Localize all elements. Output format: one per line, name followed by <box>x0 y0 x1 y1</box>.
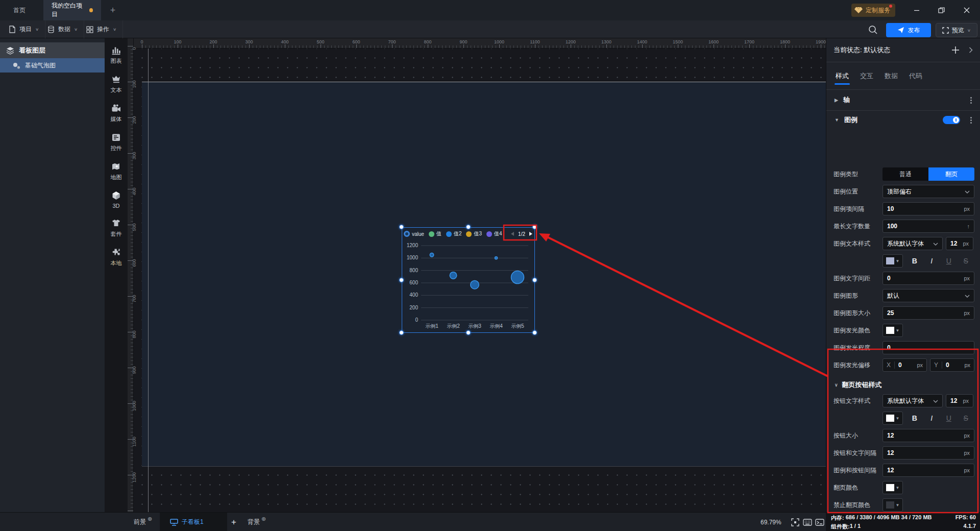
selection-handle[interactable] <box>532 330 537 335</box>
selection-handle[interactable] <box>532 225 537 229</box>
inspector-tab-0[interactable]: 样式 <box>836 67 849 85</box>
selection-handle[interactable] <box>399 225 404 229</box>
arrow-up-icon[interactable]: ↑ <box>967 223 970 229</box>
underline-button[interactable]: U <box>940 414 958 422</box>
section-axis[interactable]: ▶ 轴 <box>826 90 980 111</box>
bold-button[interactable]: B <box>906 257 923 265</box>
underline-button[interactable]: U <box>940 257 958 265</box>
maximize-button[interactable] <box>930 0 952 20</box>
number-input[interactable]: 12px <box>883 429 974 442</box>
dock-item-7[interactable]: 本地 <box>105 247 128 267</box>
unsaved-dot-icon <box>89 8 93 12</box>
kebab-menu-icon[interactable] <box>970 117 972 124</box>
ruler-label: 600 <box>351 39 361 44</box>
color-swatch[interactable]: ▼ <box>883 481 903 494</box>
select-field[interactable]: 默认 <box>883 289 974 302</box>
cube-3d-icon <box>110 190 122 201</box>
fit-screen-icon[interactable] <box>790 517 800 527</box>
fps-label: FPS: <box>955 514 968 522</box>
number-input[interactable]: 25px <box>883 306 974 320</box>
kebab-menu-icon[interactable] <box>970 97 972 104</box>
selection-handle[interactable] <box>399 278 404 282</box>
dock-item-1[interactable]: 文本 <box>105 74 128 94</box>
segment-option-1[interactable]: 翻页 <box>928 167 974 181</box>
add-state-icon[interactable] <box>951 46 960 54</box>
selection-handle[interactable] <box>466 330 471 335</box>
number-input[interactable]: 12px <box>883 464 974 477</box>
subboard-tab[interactable]: 子看板1 <box>160 513 227 531</box>
add-background-icon[interactable]: ⊕ <box>261 516 266 522</box>
number-input[interactable]: 0 <box>883 341 974 354</box>
add-board-button[interactable]: + <box>231 513 236 531</box>
new-tab-button[interactable]: + <box>107 5 118 16</box>
menu-project[interactable]: 项目∨ <box>3 20 45 38</box>
publish-button[interactable]: 发布 <box>886 23 931 37</box>
selection-handle[interactable] <box>466 225 471 229</box>
dock-item-5[interactable]: 3D <box>105 190 128 209</box>
expand-states-icon[interactable] <box>969 47 973 53</box>
dock-item-0[interactable]: 图表 <box>105 44 128 65</box>
console-icon[interactable] <box>815 517 825 527</box>
tab-project-label: 我的空白项目 <box>52 2 85 19</box>
menu-operate[interactable]: 操作∨ <box>80 20 123 38</box>
segment-option-0[interactable]: 普通 <box>883 167 928 181</box>
tab-home[interactable]: 首页 <box>5 0 34 20</box>
expand-arrow-icon: ∨ <box>835 382 838 388</box>
selection-handle[interactable] <box>399 330 404 335</box>
zoom-level[interactable]: 69.79% <box>761 513 781 531</box>
dock-item-6[interactable]: 套件 <box>105 218 128 238</box>
number-input[interactable]: 100↑ <box>883 220 974 233</box>
add-foreground-icon[interactable]: ⊕ <box>148 516 152 522</box>
font-size-input[interactable]: 12px <box>946 394 973 407</box>
layer-item-bubble-chart[interactable]: 基础气泡图 <box>0 58 105 73</box>
property-row: 按钮文字样式 系统默认字体12px <box>826 394 980 407</box>
legend-toggle[interactable] <box>943 116 960 124</box>
inspector-tab-3[interactable]: 代码 <box>909 67 922 85</box>
tab-project[interactable]: 我的空白项目 <box>43 0 101 20</box>
vertical-ruler: -100010020030040050060070080090010001100… <box>128 38 134 512</box>
italic-button[interactable]: I <box>923 414 941 422</box>
keyboard-shortcuts-icon[interactable] <box>802 517 813 527</box>
horizontal-ruler: 0100200300400500600700800900100011001200… <box>134 38 826 49</box>
inspector-tab-1[interactable]: 交互 <box>860 67 873 85</box>
menu-data[interactable]: 数据∨ <box>41 20 84 38</box>
color-swatch[interactable]: ▼ <box>883 498 903 512</box>
select-field[interactable]: 顶部偏右 <box>883 185 974 198</box>
strikethrough-button[interactable]: S <box>958 257 975 265</box>
strikethrough-button[interactable]: S <box>958 414 975 422</box>
number-input[interactable]: 0px <box>883 272 974 285</box>
search-icon[interactable] <box>868 25 879 36</box>
font-select[interactable]: 系统默认字体 <box>883 237 943 250</box>
canvas-workarea[interactable]: value值值2值3值4 1/2 020040060080010001200示例… <box>134 49 826 512</box>
section-legend[interactable]: ▼ 图例 <box>826 111 980 129</box>
dock-item-4[interactable]: 地图 <box>105 161 128 181</box>
dock-item-2[interactable]: 媒体 <box>105 103 128 123</box>
bold-button[interactable]: B <box>906 414 923 422</box>
offset-y-input[interactable]: Y0px <box>930 358 974 372</box>
foreground-button[interactable]: 前景 ⊕ <box>134 513 151 531</box>
dock-item-3[interactable]: 控件 <box>105 132 128 152</box>
property-row: 禁止翻页颜色 ▼ <box>826 498 980 512</box>
inspector-tab-2[interactable]: 数据 <box>885 67 898 85</box>
font-color-swatch[interactable]: ▼ <box>883 412 903 425</box>
svg-text:800: 800 <box>409 268 418 273</box>
property-row: ▼ B I U S <box>826 254 980 268</box>
canvas[interactable]: value值值2值3值4 1/2 020040060080010001200示例… <box>128 38 826 512</box>
number-input[interactable]: 12px <box>883 446 974 460</box>
background-button[interactable]: 背景 ⊕ <box>248 513 264 531</box>
color-swatch[interactable]: ▼ <box>883 324 903 337</box>
font-size-input[interactable]: 12px <box>946 237 973 250</box>
close-button[interactable] <box>955 0 978 20</box>
offset-x-input[interactable]: X0px <box>883 358 927 372</box>
selection-handle[interactable] <box>532 278 537 282</box>
number-input[interactable]: 10px <box>883 202 974 215</box>
preview-button[interactable]: 预览∨ <box>936 23 977 37</box>
svg-text:200: 200 <box>409 305 418 310</box>
bubble-chart-component[interactable]: value值值2值3值4 1/2 020040060080010001200示例… <box>402 227 535 333</box>
italic-button[interactable]: I <box>923 257 941 265</box>
font-select[interactable]: 系统默认字体 <box>883 394 943 407</box>
custom-service-badge[interactable]: 定制服务 <box>851 4 895 17</box>
minimize-button[interactable] <box>905 0 928 20</box>
section-pager-button-style[interactable]: ∨ 翻页按钮样式 <box>826 378 980 392</box>
font-color-swatch[interactable]: ▼ <box>883 254 903 268</box>
